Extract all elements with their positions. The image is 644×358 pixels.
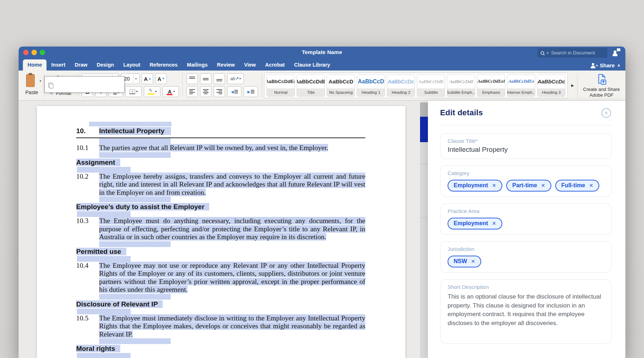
- style-label: Intense Emph...: [507, 88, 535, 96]
- line-spacing-top-button[interactable]: [186, 73, 198, 84]
- tab-view[interactable]: View: [239, 59, 260, 71]
- clause-item-number: 10.4: [76, 262, 99, 294]
- clause-heading: 10. Intellectual Property: [76, 127, 365, 138]
- paste-dropdown-caret-icon[interactable]: ▾: [40, 79, 42, 83]
- strip-blue-segment: [420, 117, 428, 142]
- style-h2[interactable]: AaBbCcDcHeading 2: [387, 74, 415, 97]
- selection-strip: [99, 197, 171, 202]
- create-adobe-pdf-button[interactable]: Create and Share Adobe PDF: [580, 73, 623, 98]
- jurisdiction-chip-nsw[interactable]: NSW✕: [448, 256, 481, 267]
- increase-indent-icon: ▶: [248, 90, 255, 94]
- decrease-indent-button[interactable]: ◀: [227, 86, 241, 97]
- style-label: Normal: [267, 88, 294, 96]
- caret-down-icon: ▾: [173, 90, 175, 93]
- tab-review[interactable]: Review: [212, 59, 239, 71]
- tab-references[interactable]: References: [145, 59, 182, 71]
- style-title[interactable]: AaBbCcDdETitle: [297, 74, 325, 97]
- clause-title-field[interactable]: Clause Title* Intellectual Property: [440, 133, 612, 159]
- selection-strip: [99, 152, 171, 158]
- practice-area-chip-employment[interactable]: Employment✕: [448, 218, 502, 229]
- highlight-button[interactable]: ✎ ▾: [144, 86, 160, 97]
- clause-title-value: Intellectual Property: [448, 146, 604, 154]
- line-spacing-middle-button[interactable]: [200, 73, 211, 84]
- font-color-button[interactable]: A ▾: [162, 86, 179, 97]
- clause-item-body: The Employee must immediately disclose i…: [99, 314, 365, 339]
- account-icon[interactable]: [613, 48, 620, 56]
- share-label: Share: [600, 62, 615, 68]
- grow-font-button[interactable]: A▲: [142, 73, 153, 84]
- style-emphasis[interactable]: AaBbCcDdEeIEmphasis: [477, 74, 505, 97]
- category-chip-employment[interactable]: Employment✕: [448, 180, 502, 192]
- style-normal[interactable]: AaBbCcDdEeNormal: [267, 74, 295, 97]
- document-page[interactable]: 10. Intellectual Property 10.1The partie…: [37, 106, 405, 358]
- style-sample: AaBbCcDc: [387, 75, 415, 88]
- clause-item-number: 10.5: [76, 314, 99, 339]
- ribbon: ▾ Paste ✂ Cut Copy ▾ ✎ Format Calibri: [19, 71, 625, 101]
- tab-mailings[interactable]: Mailings: [182, 59, 212, 71]
- highlight-icon: ✎: [148, 89, 154, 95]
- line-spacing-icon: [203, 76, 209, 81]
- tab-design[interactable]: Design: [92, 59, 118, 71]
- style-subtitle-emph[interactable]: AaBbCcDdISubtitle Emph...: [447, 74, 475, 97]
- style-sample: AaBbCcD: [357, 75, 385, 88]
- chip-remove-icon[interactable]: ✕: [471, 258, 475, 264]
- chip-remove-icon[interactable]: ✕: [589, 183, 594, 188]
- text-effects-button[interactable]: ab↗ ▾: [227, 73, 244, 84]
- chip-remove-icon[interactable]: ✕: [541, 183, 545, 188]
- document-title: Template Name: [19, 49, 625, 55]
- style-label: Heading 1: [357, 88, 385, 96]
- style-nospace[interactable]: AaBbCcDNo Spaceing: [327, 74, 355, 97]
- selection-strip: [99, 338, 171, 344]
- selection-strip: [77, 256, 131, 262]
- category-chip-full-time[interactable]: Full-time✕: [555, 180, 599, 192]
- increase-indent-button[interactable]: ▶: [244, 86, 258, 97]
- paste-button[interactable]: ▾ Paste: [21, 73, 42, 98]
- search-placeholder: Search in Document: [551, 50, 595, 55]
- borders-button[interactable]: ▾: [125, 86, 142, 97]
- tab-home[interactable]: Home: [23, 59, 47, 71]
- jurisdiction-field[interactable]: Jurisdiction NSW✕: [440, 241, 612, 273]
- share-button[interactable]: + Share ∧: [591, 62, 620, 68]
- search-input[interactable]: ∨ Search in Document: [537, 48, 608, 58]
- chip-remove-icon[interactable]: ✕: [492, 221, 496, 226]
- shrink-font-button[interactable]: A▼: [155, 73, 167, 84]
- chip-label: Full-time: [561, 182, 585, 189]
- tab-insert[interactable]: Insert: [47, 59, 70, 71]
- practice-area-field[interactable]: Practice Area Employment✕: [440, 203, 612, 235]
- short-description-field[interactable]: Short Description This is an optional cl…: [440, 279, 612, 344]
- category-chip-part-time[interactable]: Part-time✕: [506, 180, 551, 192]
- clause-item-number: 10.1: [76, 144, 99, 152]
- category-field[interactable]: Category Employment✕Part-time✕Full-time✕: [440, 165, 612, 197]
- jurisdiction-chips: NSW✕: [448, 256, 604, 267]
- clause-item-body: The Employee hereby assigns, transfers a…: [99, 173, 365, 197]
- document-subheading: Disclosure of Relevant IP: [76, 300, 365, 309]
- tab-acrobat[interactable]: Acrobat: [260, 59, 289, 71]
- jurisdiction-label: Jurisdiction: [448, 246, 604, 252]
- tab-clause-library[interactable]: Clause Library: [289, 59, 335, 71]
- tab-layout[interactable]: Layout: [119, 59, 145, 71]
- category-label: Category: [448, 170, 604, 176]
- style-subtitle[interactable]: AaBbCcDdESubtitle: [417, 74, 445, 97]
- selection-strip: [99, 138, 171, 144]
- clause-item-body: The Employee may not use or reproduce an…: [99, 262, 365, 294]
- tab-draw[interactable]: Draw: [70, 59, 92, 71]
- chip-label: Employment: [454, 220, 488, 227]
- more-styles-button[interactable]: ▶: [570, 83, 575, 87]
- style-h3[interactable]: AaBbCcDcHeading 3: [537, 74, 565, 97]
- align-right-button[interactable]: [214, 86, 225, 97]
- line-spacing-bottom-button[interactable]: [214, 73, 225, 84]
- clause-item-text: The Employee must immediately disclose i…: [99, 314, 365, 338]
- style-intense[interactable]: AaBbCcDdEeIntense Emph...: [507, 74, 535, 97]
- document-content: 10. Intellectual Property 10.1The partie…: [76, 122, 365, 358]
- document-subheading: Moral rights: [76, 344, 365, 353]
- style-h1[interactable]: AaBbCcDHeading 1: [357, 74, 385, 97]
- caret-down-icon: ▾: [133, 74, 137, 84]
- style-label: Emphasis: [477, 88, 505, 96]
- style-label: Subtitle: [417, 88, 445, 96]
- align-center-icon: [203, 89, 209, 94]
- align-left-button[interactable]: [186, 86, 198, 97]
- close-icon[interactable]: ✕: [601, 108, 611, 118]
- align-center-button[interactable]: [200, 86, 211, 97]
- chip-remove-icon[interactable]: ✕: [492, 183, 496, 188]
- paste-label: Paste: [25, 90, 38, 95]
